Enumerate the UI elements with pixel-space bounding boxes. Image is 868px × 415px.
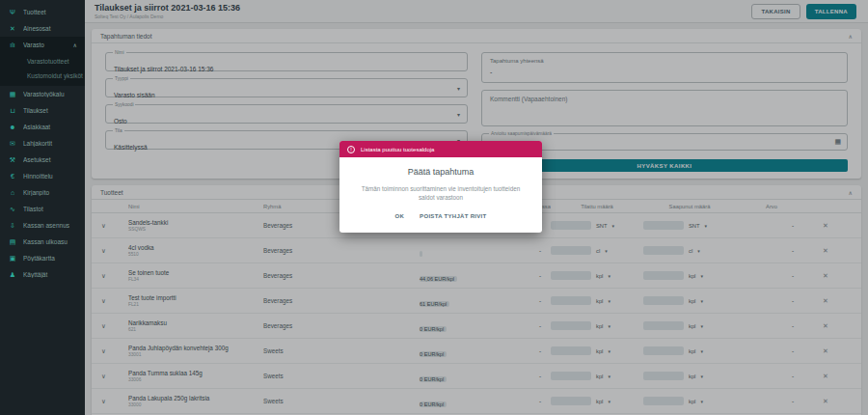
tools-icon: ⚒ (8, 156, 17, 164)
restaurant-icon: Ψ (8, 9, 17, 15)
sidebar-item-kassan-ulkoasu[interactable]: ▤ Kassan ulkoasu (0, 234, 85, 250)
calculator-icon: ▦ (8, 91, 17, 98)
sidebar-submenu: Varastotuotteet Kustomoidut yksiköt (0, 53, 85, 86)
warning-banner: ! Listasta puuttuu tuotesaldoja (339, 141, 542, 157)
banner-message: Listasta puuttuu tuotesaldoja (361, 147, 434, 152)
ingredients-icon: ✕ (8, 25, 17, 33)
bank-icon: ⌂ (8, 189, 17, 196)
sidebar-item-asetukset[interactable]: ⚒ Asetukset (0, 152, 85, 168)
sidebar-subitem-varastotuotteet[interactable]: Varastotuotteet (0, 54, 85, 69)
sidebar-item-varastotyokalu[interactable]: ▦ Varastotyökalu (0, 86, 85, 102)
sidebar-item-ainesosat[interactable]: ✕ Ainesosat (0, 20, 85, 37)
cart-icon: ⊔ (8, 107, 17, 115)
sidebar-item-kirjanpito[interactable]: ⌂ Kirjanpito (0, 184, 85, 201)
modal-message: Tämän toiminnon suorittaminen vie invent… (351, 185, 530, 202)
euro-icon: € (8, 173, 17, 180)
sidebar-item-kassan-asennus[interactable]: ⇩ Kassan asennus (0, 217, 85, 234)
complete-event-modal: ! Listasta puuttuu tuotesaldoja Päätä ta… (339, 141, 542, 233)
users-icon: ♟ (8, 271, 17, 279)
sidebar-item-kayttajat[interactable]: ♟ Käyttäjät (0, 266, 85, 283)
sidebar-item-tilastot[interactable]: ∿ Tilastot (0, 201, 85, 217)
ok-button[interactable]: OK (395, 213, 405, 219)
caret-up-icon: ∧ (73, 42, 77, 48)
bar-chart-icon: ılı (8, 42, 17, 48)
modal-title: Päätä tapahtuma (351, 167, 530, 177)
stats-icon: ∿ (8, 206, 17, 213)
sidebar-subitem-kustomoidut-yksikot[interactable]: Kustomoidut yksiköt (0, 69, 85, 83)
sidebar-item-tilaukset[interactable]: ⊔ Tilaukset (0, 102, 85, 119)
giftcard-icon: ✉ (8, 140, 17, 148)
download-icon: ⇩ (8, 222, 17, 230)
alert-icon: ! (347, 146, 355, 153)
table-map-icon: ▣ (8, 255, 17, 263)
sidebar-item-lahjakortit[interactable]: ✉ Lahjakortit (0, 135, 85, 152)
sidebar-item-poytakartta[interactable]: ▣ Pöytäkartta (0, 250, 85, 266)
sidebar-item-tuotteet[interactable]: Ψ Tuotteet (0, 4, 85, 20)
remove-empty-rows-button[interactable]: POISTA TYHJÄT RIVIT (420, 213, 486, 219)
sidebar-item-varasto[interactable]: ılı Varasto ∧ (0, 37, 85, 53)
layout-icon: ▤ (8, 238, 17, 246)
sidebar: Ψ Tuotteet ✕ Ainesosat ılı Varasto ∧ Var… (0, 0, 85, 415)
customers-icon: ☻ (8, 124, 17, 130)
sidebar-item-asiakkaat[interactable]: ☻ Asiakkaat (0, 119, 85, 135)
sidebar-item-hinnoittelu[interactable]: € Hinnoittelu (0, 168, 85, 184)
